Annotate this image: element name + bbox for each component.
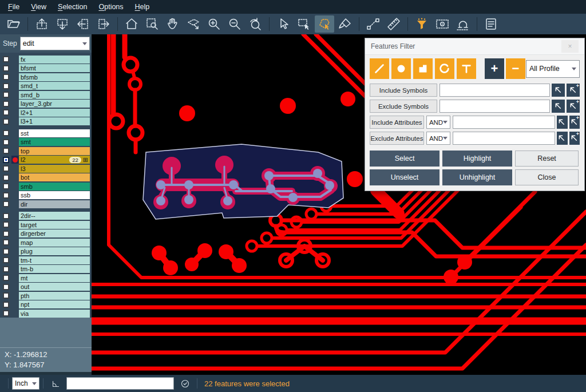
layer-visibility-checkbox[interactable]: [3, 239, 9, 246]
snap-icon[interactable]: [453, 15, 473, 33]
pick-add-from-screen-icon[interactable]: +: [569, 116, 580, 129]
layer-active-indicator[interactable]: [11, 117, 19, 125]
layer-item-bfsmt[interactable]: bfsmt: [19, 64, 90, 72]
layer-item-tm-t[interactable]: tm-t: [19, 256, 90, 264]
layer-active-indicator[interactable]: [11, 147, 19, 155]
filter-label-button[interactable]: Exclude Attributes: [370, 132, 424, 145]
layer-active-indicator[interactable]: [11, 165, 19, 173]
layer-visibility-checkbox[interactable]: [3, 192, 9, 199]
layer-item-smd_b[interactable]: smd_b: [19, 91, 90, 99]
layer-active-indicator[interactable]: [11, 229, 19, 237]
menu-help[interactable]: Help: [129, 1, 156, 13]
pan-left-icon[interactable]: [73, 15, 93, 33]
layer-active-indicator[interactable]: [11, 310, 19, 318]
layer-item-tm-b[interactable]: tm-b: [19, 265, 90, 273]
menu-selection[interactable]: Selection: [52, 1, 93, 13]
menu-file[interactable]: File: [2, 1, 25, 13]
layer-active-indicator[interactable]: [11, 64, 19, 72]
layer-active-indicator[interactable]: [11, 91, 19, 99]
layer-item-via[interactable]: via: [19, 310, 90, 318]
close-button[interactable]: Close: [515, 169, 579, 185]
layer-item-ssb[interactable]: ssb: [19, 191, 90, 199]
feature-type-text-icon[interactable]: [457, 58, 476, 79]
layer-visibility-checkbox[interactable]: [3, 310, 9, 316]
pick-add-from-screen-icon[interactable]: +: [569, 132, 580, 145]
layer-visibility-checkbox[interactable]: [3, 157, 9, 163]
layer-visibility-checkbox[interactable]: [3, 284, 9, 290]
layer-item-l3[interactable]: l3: [19, 165, 90, 173]
menu-view[interactable]: View: [25, 1, 52, 13]
layer-item-smt[interactable]: smt: [19, 138, 90, 146]
menu-options[interactable]: Options: [93, 1, 129, 13]
filter-value-input[interactable]: [453, 116, 555, 129]
filter-label-button[interactable]: Exclude Symbols: [370, 100, 437, 113]
unit-select[interactable]: Inch: [12, 377, 39, 390]
feature-type-pad-icon[interactable]: [391, 58, 411, 79]
layer-visibility-checkbox[interactable]: [3, 56, 9, 62]
zoom-in-icon[interactable]: [204, 15, 224, 33]
ruler-icon[interactable]: [384, 15, 403, 33]
zoom-out-icon[interactable]: [225, 15, 244, 33]
layer-active-indicator[interactable]: [11, 256, 19, 264]
layer-item-smd_t[interactable]: smd_t: [19, 82, 90, 90]
layer-item-fx[interactable]: fx: [19, 56, 90, 64]
pick-from-screen-icon[interactable]: [552, 100, 565, 113]
layer-visibility-checkbox[interactable]: [3, 165, 9, 172]
layer-visibility-checkbox[interactable]: [3, 221, 9, 228]
layer-active-indicator[interactable]: [11, 221, 19, 229]
grid-icon[interactable]: ⊞: [83, 157, 88, 163]
dialog-titlebar[interactable]: Features Filter ×: [365, 38, 584, 55]
layer-active-indicator[interactable]: [11, 138, 19, 146]
layer-item-layer_3.gbr[interactable]: layer_3.gbr: [19, 100, 90, 108]
layer-item-smb[interactable]: smb: [19, 183, 90, 191]
layer-visibility-checkbox[interactable]: [3, 302, 9, 308]
layer-item-dirgerber[interactable]: dirgerber: [19, 229, 90, 237]
layer-visibility-checkbox[interactable]: [3, 175, 9, 181]
remove-filter-button[interactable]: −: [506, 58, 525, 79]
pick-from-screen-icon[interactable]: [557, 132, 567, 145]
profile-select[interactable]: All Profile: [526, 60, 580, 78]
layer-visibility-checkbox[interactable]: [3, 92, 9, 98]
layer-active-indicator[interactable]: [11, 191, 19, 199]
layer-visibility-checkbox[interactable]: [3, 65, 9, 72]
unhighlight-button[interactable]: Unhighlight: [442, 169, 512, 185]
layer-visibility-checkbox[interactable]: [3, 248, 9, 255]
layer-item-mt[interactable]: mt: [19, 274, 90, 282]
layer-visibility-checkbox[interactable]: [3, 109, 9, 116]
layer-active-indicator[interactable]: [11, 56, 19, 64]
filter-value-input[interactable]: [440, 84, 550, 97]
and-or-select[interactable]: AND: [426, 116, 450, 129]
paint-icon[interactable]: [335, 15, 355, 33]
layer-active-indicator[interactable]: [11, 109, 19, 117]
layer-visibility-checkbox[interactable]: [3, 130, 9, 136]
rect-select-icon[interactable]: [294, 15, 314, 33]
layer-item-pth[interactable]: pth: [19, 292, 90, 300]
feature-type-line-icon[interactable]: [370, 58, 389, 79]
highlight-button[interactable]: Highlight: [442, 151, 512, 167]
layer-visibility-checkbox[interactable]: [3, 183, 9, 189]
zoom-area-icon[interactable]: [142, 15, 162, 33]
zoom-previous-icon[interactable]: [246, 15, 265, 33]
select-button[interactable]: Select: [370, 151, 440, 167]
step-select[interactable]: edit: [20, 37, 90, 50]
measure-icon[interactable]: [363, 15, 383, 33]
close-icon[interactable]: ×: [561, 40, 579, 53]
layer-item-2dir--[interactable]: 2dir--: [19, 212, 90, 220]
layer-active-indicator[interactable]: [11, 247, 19, 255]
angle-measure-icon[interactable]: [49, 377, 62, 390]
layer-active-indicator[interactable]: [11, 212, 19, 220]
layer-visibility-checkbox[interactable]: [3, 139, 9, 145]
layer-visibility-checkbox[interactable]: [3, 83, 9, 89]
pan-right-icon[interactable]: [94, 15, 113, 33]
filter-label-button[interactable]: Include Symbols: [370, 84, 437, 97]
layer-active-indicator[interactable]: [11, 200, 19, 208]
home-icon[interactable]: [122, 15, 141, 33]
layer-active-indicator[interactable]: [11, 300, 19, 308]
layer-item-dir[interactable]: dir: [19, 200, 90, 208]
layer-visibility-checkbox[interactable]: [3, 74, 9, 80]
layer-item-l2+1[interactable]: l2+1: [19, 109, 90, 117]
filter-label-button[interactable]: Include Attributes: [370, 116, 424, 129]
pick-add-from-screen-icon[interactable]: +: [567, 100, 580, 113]
and-or-select[interactable]: AND: [426, 132, 450, 145]
feature-type-arc-icon[interactable]: [435, 58, 454, 79]
